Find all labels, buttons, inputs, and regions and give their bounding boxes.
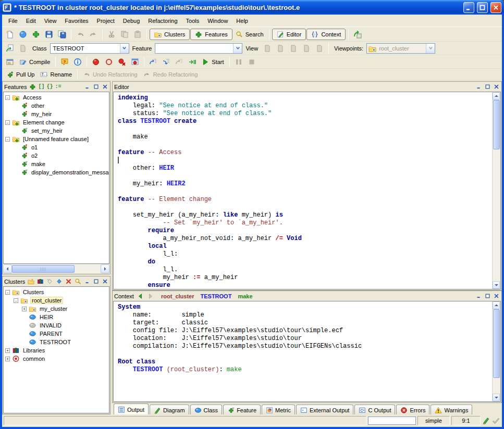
menu-refactoring[interactable]: Refactoring [144,16,181,26]
feature-combobox[interactable] [155,43,242,54]
editor-code[interactable]: indexing legal: "See notice at end of cl… [114,92,492,289]
menu-view[interactable]: View [40,16,61,26]
open-button[interactable] [17,28,29,41]
breadcrumb-class[interactable]: TESTROOT [201,293,232,299]
menu-favorites[interactable]: Favorites [60,16,92,26]
panel-close-icon[interactable] [493,83,500,90]
panel-minimize-icon[interactable] [475,83,482,90]
save-button[interactable] [43,28,55,41]
brackets-icon[interactable]: [] [38,84,44,90]
tree-item-unnamed-feature-clause[interactable]: -[Unnamed feature clause] [4,135,109,143]
save-all-button[interactable] [56,28,68,41]
panel-minimize-icon[interactable] [83,83,91,90]
menu-help[interactable]: Help [232,16,252,26]
maximize-button[interactable] [477,2,488,13]
scrollbar-thumb[interactable]: |||| [12,265,75,273]
remove-icon[interactable] [65,278,72,285]
info-button[interactable] [71,56,84,68]
add-class-icon[interactable] [55,278,63,285]
add-library-icon[interactable] [36,278,44,285]
panel-minimize-icon[interactable] [83,278,91,285]
breadcrumb-feature[interactable]: make [238,293,252,299]
title-bar[interactable]: * TESTROOT in cluster root_cluster locat… [0,0,504,15]
scroll-right-icon[interactable] [101,264,109,273]
panel-maximize-icon[interactable] [92,278,100,285]
scroll-up-icon[interactable] [493,92,500,100]
close-button[interactable] [490,2,501,13]
menu-window[interactable]: Window [203,16,232,26]
tree-item-my-cluster[interactable]: +my_cluster [4,305,109,313]
start-button[interactable]: Start [199,56,226,68]
expand-toggle-icon[interactable]: + [22,307,27,311]
tab-output[interactable]: Output [114,403,149,415]
scrollbar-thumb[interactable] [493,309,500,378]
tab-c-output[interactable]: CC Output [354,405,395,415]
tree-item-access[interactable]: -Access [4,93,109,102]
scroll-down-icon[interactable] [493,281,500,289]
enable-breakpoints-button[interactable] [90,56,102,68]
context-vertical-scrollbar[interactable] [492,301,500,401]
editor-tool-button[interactable]: Editor [272,29,306,40]
scroll-up-icon[interactable] [493,301,500,309]
panel-maximize-icon[interactable] [484,293,491,299]
scrollbar-thumb[interactable] [493,100,500,149]
features-tool-button[interactable]: Features [190,29,232,40]
tab-external-output[interactable]: >_External Output [296,405,353,415]
tree-item-o1[interactable]: o1 [4,143,109,152]
tree-item-display-demonstration-messa[interactable]: display_demonstration_messa [4,168,109,176]
collapse-toggle-icon[interactable]: - [14,298,18,303]
collapse-toggle-icon[interactable]: - [5,120,10,125]
editor-vertical-scrollbar[interactable] [492,92,500,289]
pull-up-button[interactable]: Pull Up [4,69,37,80]
braces-icon[interactable]: {} [46,84,53,90]
tree-item-element-change[interactable]: -Element change [4,118,109,127]
panel-maximize-icon[interactable] [92,83,100,90]
step-into-button[interactable] [147,56,159,68]
clusters-tool-button[interactable]: Clusters [150,29,190,40]
menu-project[interactable]: Project [93,16,119,26]
tree-item-parent[interactable]: PARENT [4,330,109,338]
tree-item-o2[interactable]: o2 [4,152,109,160]
tab-class[interactable]: Class [190,405,223,415]
run-ignore-breakpoints-button[interactable] [186,56,199,68]
error-info-button[interactable]: ? [58,56,71,68]
remove-breakpoints-button[interactable] [116,56,128,68]
collapse-toggle-icon[interactable]: - [5,95,10,100]
new-cluster-icon[interactable] [27,278,34,285]
chevron-down-icon[interactable] [120,44,129,53]
tab-diagram[interactable]: Diagram [150,405,189,415]
panel-minimize-icon[interactable] [475,293,482,299]
new-document-button[interactable] [4,28,16,41]
tree-item-make[interactable]: make [4,160,109,168]
chevron-down-icon[interactable] [233,44,242,53]
collapse-toggle-icon[interactable]: - [5,290,10,295]
tree-item-root-cluster[interactable]: -root_cluster [4,296,109,305]
class-combobox[interactable]: TESTROOT [50,43,129,54]
breadcrumb-cluster[interactable]: root_cluster [161,293,194,299]
features-horizontal-scrollbar[interactable]: |||| [3,264,109,273]
tab-feature[interactable]: Feature [223,405,261,415]
tree-item-common[interactable]: +common [4,355,109,363]
disable-breakpoints-button[interactable] [103,56,115,68]
search-button[interactable]: Search [233,29,266,40]
minimize-button[interactable] [463,2,474,13]
collapse-toggle-icon[interactable]: - [5,137,10,142]
panel-close-icon[interactable] [101,278,108,285]
tree-item-libraries[interactable]: +Libraries [4,346,109,355]
history-back-icon[interactable] [136,292,144,300]
scroll-down-icon[interactable] [493,394,500,401]
tree-item-other[interactable]: other [4,102,109,110]
menu-tools[interactable]: Tools [182,16,204,26]
tree-item-set-my-heir[interactable]: set_my_heir [4,127,109,135]
tree-item-invalid[interactable]: INVALID [4,321,109,330]
menu-edit[interactable]: Edit [22,16,40,26]
expand-toggle-icon[interactable]: + [5,348,10,353]
external-commands-button[interactable] [351,28,364,41]
rename-button[interactable]: I..Rename [38,69,75,80]
tree-item-heir[interactable]: HEIR [4,313,109,321]
find-icon[interactable] [74,278,81,285]
tab-metric[interactable]: Metric [262,405,295,415]
panel-close-icon[interactable] [493,293,500,299]
panel-maximize-icon[interactable] [484,83,491,90]
expand-toggle-icon[interactable]: + [5,357,10,361]
